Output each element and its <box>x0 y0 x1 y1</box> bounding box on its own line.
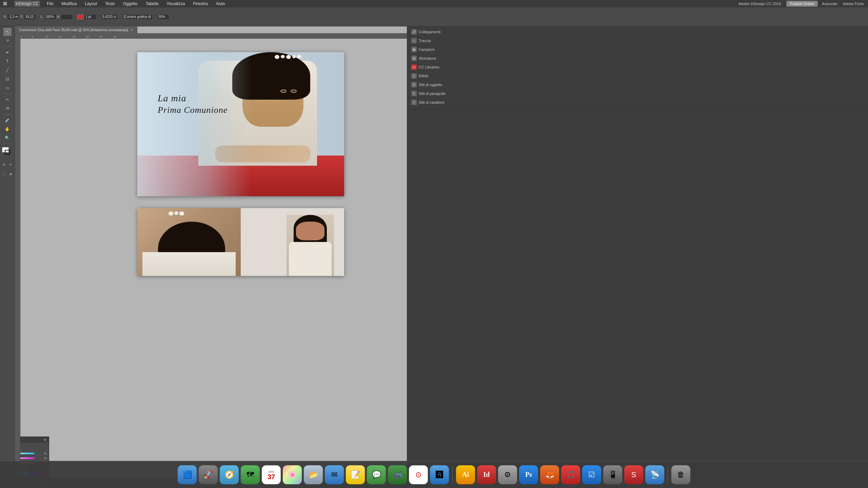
apple-menu[interactable]: ⌘ <box>3 1 7 6</box>
menu-indesign[interactable]: InDesign CC <box>14 1 40 7</box>
panel-item-stili-oggetto[interactable]: ⊡ Stili di oggetto <box>409 81 867 89</box>
ruler-mark: 10 <box>45 36 59 38</box>
menu-oggetto[interactable]: Oggetto <box>122 1 139 7</box>
dock-wifi[interactable]: 📡 <box>645 465 664 484</box>
page-text: La mia Prima Comunione <box>158 93 228 115</box>
a-field[interactable] <box>61 14 73 20</box>
bleed-mode[interactable]: ⊞ <box>8 170 14 178</box>
dock-appstore[interactable]: 🅰 <box>430 465 449 484</box>
dock-photos[interactable]: 🌸 <box>283 465 302 484</box>
dock-maps[interactable]: 🗺 <box>241 465 260 484</box>
menu-finestra[interactable]: Finestra <box>192 1 209 7</box>
zoom-tool[interactable]: 🔍 <box>3 134 12 142</box>
tool-separator <box>2 46 13 47</box>
dock-music[interactable]: 🎵 <box>561 465 580 484</box>
preview-mode[interactable]: P <box>8 161 14 169</box>
panel-item-campioni[interactable]: ▣ Campioni <box>409 45 867 54</box>
stroke-color[interactable] <box>5 150 10 155</box>
adobe-fonts-label[interactable]: Adobe Fonts <box>842 1 865 6</box>
frame-edges[interactable]: □ <box>1 170 7 178</box>
ruler-mark: 40 <box>86 36 100 38</box>
stili-carattere-label: Stili di carattere <box>419 100 445 104</box>
links-icon: 🔗 <box>411 29 417 35</box>
dock-photoshop[interactable]: Ps <box>519 465 538 484</box>
toolbar-stroke-group <box>76 14 98 20</box>
collegamenti-label: Collegamenti <box>419 30 440 34</box>
canvas-area[interactable]: La mia Prima Comunione <box>20 39 407 479</box>
l-field[interactable] <box>44 14 56 20</box>
page-2 <box>137 208 344 276</box>
dock-messages[interactable]: 💬 <box>367 465 386 484</box>
dock-trash[interactable]: 🗑 <box>671 465 690 484</box>
dock-firefox[interactable]: 🦊 <box>540 465 559 484</box>
window-light <box>137 52 251 196</box>
type-tool[interactable]: T <box>3 57 12 65</box>
menu-modifica[interactable]: Modifica <box>60 1 78 7</box>
p2r-photo <box>287 215 334 276</box>
dock-wunderlist[interactable]: ☑ <box>582 465 601 484</box>
dock-mail[interactable]: ✉ <box>325 465 344 484</box>
menu-layout[interactable]: Layout <box>83 1 98 7</box>
dock-iphone-backup[interactable]: 📱 <box>603 465 622 484</box>
panel-item-stili-paragrafo[interactable]: ¶ Stili di paragrafo <box>409 89 867 98</box>
avanzate-button[interactable]: Avanzate <box>822 2 837 6</box>
frame-field[interactable] <box>122 14 153 20</box>
selection-tool[interactable]: ↖ <box>3 28 12 36</box>
menu-testo[interactable]: Testo <box>104 1 116 7</box>
panel-item-effetti[interactable]: fx Effetti <box>409 72 867 80</box>
publish-online-button[interactable]: Publish Online <box>786 1 818 7</box>
menu-visualizza[interactable]: Visualizza <box>165 1 186 7</box>
campioni-label: Campioni <box>419 47 434 52</box>
dock-notes[interactable]: 📝 <box>346 465 365 484</box>
menu-aiuto[interactable]: Aiuto <box>215 1 226 7</box>
panel-item-sfumatura[interactable]: ▤ Sfumatura <box>409 54 867 62</box>
panel-item-traccia[interactable]: — Traccia <box>409 37 867 45</box>
hand-tool[interactable]: ✋ <box>3 125 12 133</box>
line-tool[interactable]: ╱ <box>3 66 12 74</box>
dock-skype[interactable]: S <box>624 465 643 484</box>
pen-tool[interactable]: ✒ <box>3 48 12 57</box>
horizontal-ruler: -20 0 10 20 30 40 50 60 <box>15 33 407 39</box>
size-field[interactable] <box>101 14 118 20</box>
dock-syspreferences[interactable]: ⚙ <box>498 465 517 484</box>
dock-reminders[interactable]: ⊙ <box>409 465 428 484</box>
menu-file[interactable]: File <box>45 1 55 7</box>
cc-libraries-label: CC Libraries <box>419 65 439 69</box>
stroke-icon: — <box>411 38 417 43</box>
dock-finder[interactable]: 🟦 <box>178 465 197 484</box>
doc-tab-close[interactable]: ✕ <box>130 28 133 32</box>
fx-icon: fx <box>411 73 417 79</box>
stroke-color-box[interactable] <box>77 15 83 19</box>
dock-filemerge[interactable]: 📂 <box>304 465 323 484</box>
direct-selection-tool[interactable]: ↗ <box>3 37 12 45</box>
eyedropper-tool[interactable]: 💉 <box>3 116 12 124</box>
dock-illustrator[interactable]: Ai <box>456 465 475 484</box>
l-label: L: <box>40 15 43 19</box>
panel-item-cc-libraries[interactable]: CC CC Libraries <box>409 63 867 71</box>
dock-safari[interactable]: 🧭 <box>220 465 239 484</box>
x-field[interactable] <box>7 14 19 20</box>
rect-frame-tool[interactable]: ⊡ <box>3 75 12 83</box>
free-transform-tool[interactable]: ⟲ <box>3 104 12 113</box>
eye-left <box>280 89 287 93</box>
panel-item-collegamenti[interactable]: 🔗 Collegamenti <box>409 28 867 36</box>
ruler-mark: 60 <box>113 36 127 38</box>
panel-item-stili-carattere[interactable]: A Stili di carattere <box>409 98 867 106</box>
scissors-tool[interactable]: ✂ <box>3 96 12 104</box>
flowers <box>275 55 309 59</box>
y-field[interactable] <box>24 14 36 20</box>
flower <box>297 55 301 58</box>
stili-paragrafo-label: Stili di paragrafo <box>419 92 446 96</box>
normal-mode[interactable]: N <box>1 161 7 169</box>
rect-tool[interactable]: ▭ <box>3 84 12 92</box>
flower <box>292 55 296 58</box>
color-panel-menu[interactable]: ≡ <box>44 438 46 442</box>
menu-tabella[interactable]: Tabella <box>144 1 160 7</box>
dock-indesign[interactable]: Id <box>477 465 496 484</box>
dock-calendar[interactable]: GIO 37 <box>262 465 281 484</box>
zoom-field[interactable] <box>157 14 169 20</box>
document-tab[interactable]: Comunione Gina delli Paoli 35x50.indd @ … <box>15 26 137 33</box>
dock-launchpad[interactable]: 🚀 <box>199 465 218 484</box>
pt-field[interactable] <box>84 14 96 20</box>
dock-facetime[interactable]: 📹 <box>388 465 407 484</box>
